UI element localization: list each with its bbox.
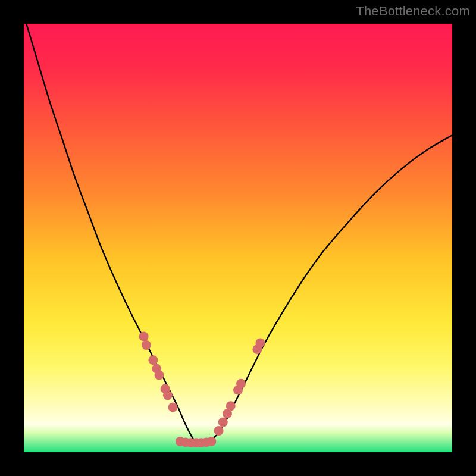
data-points [139, 332, 265, 448]
data-point [218, 418, 228, 427]
data-point [163, 390, 173, 400]
data-point [236, 379, 246, 389]
data-point [206, 437, 216, 446]
curve-layer [24, 24, 452, 452]
data-point [214, 426, 224, 436]
chart-frame: TheBottleneck.com [0, 0, 476, 476]
data-point [139, 332, 149, 342]
data-point [142, 340, 151, 350]
plot-area [24, 24, 452, 452]
data-point [226, 401, 236, 411]
data-point [155, 370, 164, 380]
data-point [148, 355, 158, 365]
data-point [255, 338, 265, 347]
watermark-text: TheBottleneck.com [356, 4, 470, 19]
data-point [168, 402, 178, 412]
